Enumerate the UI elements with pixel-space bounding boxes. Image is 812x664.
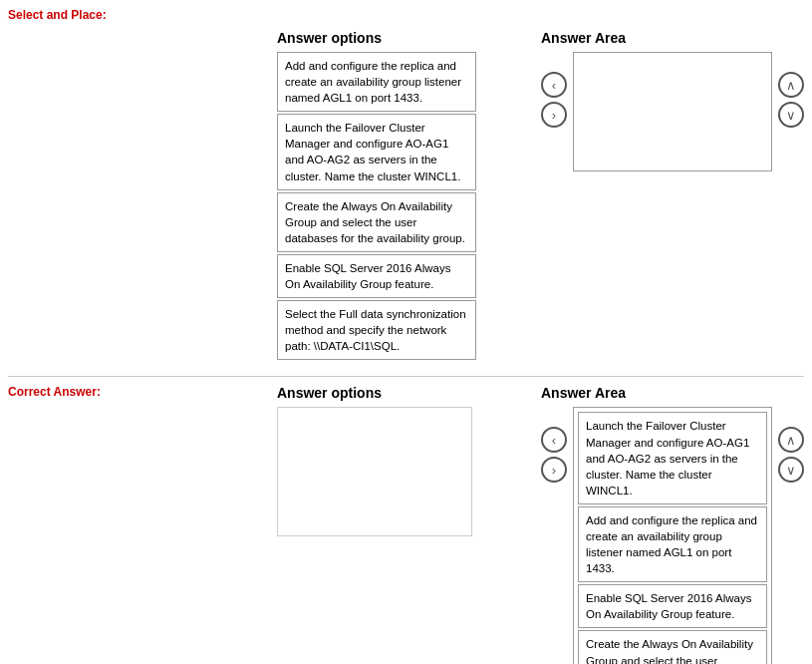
select-place-label: Select and Place: bbox=[8, 8, 804, 22]
option-5[interactable]: Select the Full data synchronization met… bbox=[277, 300, 476, 360]
bottom-answer-options-title: Answer options bbox=[277, 385, 531, 401]
bottom-answer-area-title: Answer Area bbox=[541, 385, 804, 401]
bottom-answer-area-box: Launch the Failover Cluster Manager and … bbox=[573, 407, 772, 664]
option-2[interactable]: Launch the Failover Cluster Manager and … bbox=[277, 114, 476, 189]
correct-item-1: Launch the Failover Cluster Manager and … bbox=[578, 412, 767, 503]
bottom-up-arrow[interactable]: ∧ bbox=[778, 427, 804, 453]
bottom-answer-area-container: ‹ › Launch the Failover Cluster Manager … bbox=[541, 407, 804, 664]
bottom-back-arrow[interactable]: ‹ bbox=[541, 427, 567, 453]
bottom-nav-right: ∧ ∨ bbox=[778, 427, 804, 483]
top-back-arrow[interactable]: ‹ bbox=[541, 72, 567, 98]
correct-item-3: Enable SQL Server 2016 Always On Availab… bbox=[578, 584, 767, 628]
bottom-forward-arrow[interactable]: › bbox=[541, 457, 567, 483]
top-answer-area-panel: Answer Area ‹ › ∧ ∨ bbox=[541, 30, 804, 360]
top-nav-left: ‹ › bbox=[541, 72, 567, 128]
top-left-spacer bbox=[8, 30, 267, 360]
bottom-nav-left: ‹ › bbox=[541, 427, 567, 483]
option-1[interactable]: Add and configure the replica and create… bbox=[277, 52, 476, 112]
bottom-answer-area-panel: Answer Area ‹ › Launch the Failover Clus… bbox=[541, 385, 804, 664]
top-answer-options-title: Answer options bbox=[277, 30, 531, 46]
bottom-empty-options bbox=[277, 407, 472, 536]
correct-item-4: Create the Always On Availability Group … bbox=[578, 630, 767, 664]
top-up-arrow[interactable]: ∧ bbox=[778, 72, 804, 98]
top-answer-area-container: ‹ › ∧ ∨ bbox=[541, 52, 804, 171]
top-answer-area-title: Answer Area bbox=[541, 30, 804, 46]
top-forward-arrow[interactable]: › bbox=[541, 102, 567, 128]
top-nav-right: ∧ ∨ bbox=[778, 72, 804, 128]
option-3[interactable]: Create the Always On Availability Group … bbox=[277, 192, 476, 252]
correct-item-2: Add and configure the replica and create… bbox=[578, 506, 767, 582]
option-4[interactable]: Enable SQL Server 2016 Always On Availab… bbox=[277, 254, 476, 298]
bottom-left-spacer: Correct Answer: bbox=[8, 385, 267, 407]
correct-answer-label: Correct Answer: bbox=[8, 385, 267, 399]
bottom-answer-options-panel: Answer options bbox=[277, 385, 531, 536]
top-answer-area-box[interactable] bbox=[573, 52, 772, 171]
bottom-section: Correct Answer: Answer options Answer Ar… bbox=[8, 385, 804, 664]
bottom-down-arrow[interactable]: ∨ bbox=[778, 457, 804, 483]
top-down-arrow[interactable]: ∨ bbox=[778, 102, 804, 128]
top-options-list: Add and configure the replica and create… bbox=[277, 52, 476, 360]
top-answer-options-panel: Answer options Add and configure the rep… bbox=[277, 30, 531, 360]
top-section: Answer options Add and configure the rep… bbox=[8, 30, 804, 360]
section-divider bbox=[8, 376, 804, 377]
